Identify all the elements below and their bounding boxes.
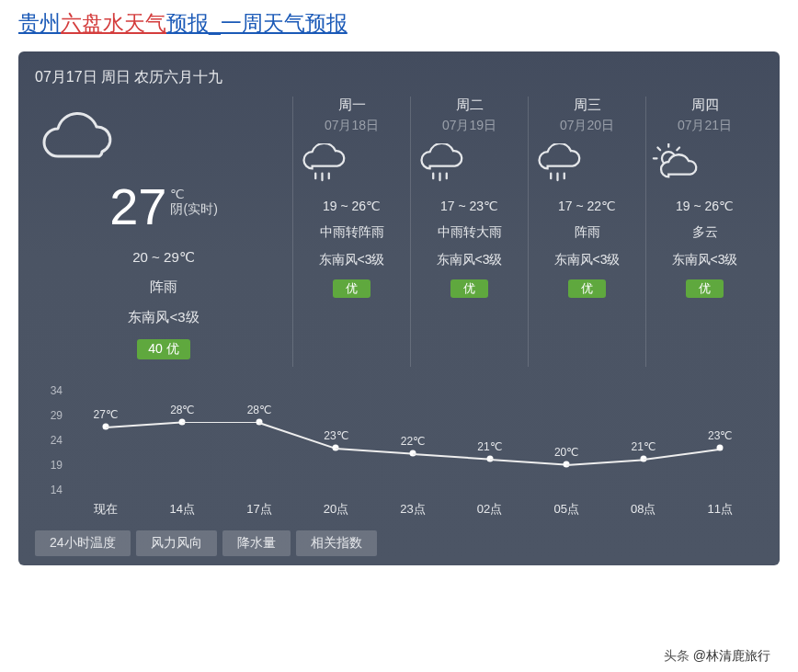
cloud-icon [35,110,292,170]
day-range: 17 ~ 23℃ [415,199,524,213]
day-date: 07月21日 [650,118,759,134]
chart-point-label: 23℃ [324,430,348,443]
x-tick: 14点 [144,501,222,523]
sun-cloud-icon [650,143,759,189]
chart-point-label: 28℃ [170,404,194,416]
day-date: 07月18日 [297,118,406,134]
day-wind: 东南风<3级 [297,252,406,268]
forecast-day[interactable]: 周三 07月20日 17 ~ 22℃ 阵雨 东南风<3级 优 [528,97,645,367]
y-tick: 34 [35,385,63,396]
chart-tab[interactable]: 降水量 [222,530,291,556]
watermark: 头条 @林清鹿旅行 [664,648,770,665]
day-desc: 阵雨 [532,224,642,241]
hourly-chart: 3429241914 27℃28℃28℃23℃22℃21℃20℃21℃23℃ 现… [35,385,763,523]
svg-line-12 [657,148,660,151]
x-tick: 17点 [221,501,298,523]
chart-segment [182,422,261,424]
today-range: 20 ~ 29℃ [35,249,292,266]
chart-segment [413,453,492,460]
current-condition: 阴(实时) [170,201,217,216]
forecast-day[interactable]: 周四 07月21日 19 ~ 26℃ 多云 东南风<3级 优 [645,97,763,367]
day-aqi-badge: 优 [450,279,488,298]
rain-icon [297,143,406,189]
day-name: 周三 [532,97,642,114]
today-wind: 东南风<3级 [35,309,292,326]
day-desc: 中雨转大雨 [415,224,524,241]
chart-plot: 27℃28℃28℃23℃22℃21℃20℃21℃23℃ [67,390,758,495]
day-aqi-badge: 优 [686,279,724,298]
chart-y-axis: 3429241914 [35,385,63,495]
x-tick: 02点 [451,501,529,523]
day-name: 周一 [297,97,406,114]
svg-line-13 [677,148,679,151]
x-tick: 05点 [528,501,605,523]
chart-x-axis: 现在14点17点20点23点02点05点08点11点 [67,501,758,523]
y-tick: 14 [35,484,63,495]
day-wind: 东南风<3级 [415,252,524,268]
top-panel: 27 ℃ 阴(实时) 20 ~ 29℃ 阵雨 东南风<3级 40 优 周一 07… [35,97,763,367]
chart-tab[interactable]: 风力风向 [136,530,217,556]
forecast-day[interactable]: 周一 07月18日 19 ~ 26℃ 中雨转阵雨 东南风<3级 优 [292,97,410,367]
day-range: 19 ~ 26℃ [297,199,406,213]
chart-tab[interactable]: 24小时温度 [35,530,131,556]
day-date: 07月19日 [415,118,524,134]
chart-point-label: 28℃ [247,404,271,416]
chart-point-label: 23℃ [708,430,732,443]
chart-segment [489,459,568,465]
x-tick: 11点 [682,501,759,523]
chart-tab[interactable]: 相关指数 [296,530,377,556]
day-desc: 中雨转阵雨 [297,224,406,241]
chart-point-label: 21℃ [631,440,655,453]
title-prefix: 贵州 [18,11,61,35]
chart-segment [566,459,645,465]
title-highlight: 六盘水天气 [61,11,166,35]
current-temp-row: 27 ℃ 阴(实时) [35,181,292,233]
day-name: 周四 [650,97,759,114]
weather-card: 07月17日 周日 农历六月十九 27 ℃ 阴(实时) 20 ~ 29℃ 阵雨 … [18,51,780,565]
today-aqi-badge: 40 优 [137,339,189,359]
forecast-row: 周一 07月18日 19 ~ 26℃ 中雨转阵雨 东南风<3级 优 周二 07月… [292,97,763,367]
x-tick: 20点 [298,501,375,523]
title-suffix: 预报_一周天气预报 [166,11,348,35]
page-title[interactable]: 贵州六盘水天气预报_一周天气预报 [18,9,780,38]
x-tick: 08点 [605,501,682,523]
chart-segment [106,422,185,428]
day-date: 07月20日 [532,118,642,134]
chart-point-label: 27℃ [94,409,118,422]
chart-point-label: 21℃ [477,440,501,453]
chart-tabs: 24小时温度风力风向降水量相关指数 [35,530,763,556]
x-tick: 23点 [374,501,451,523]
day-range: 19 ~ 26℃ [650,199,759,213]
y-tick: 19 [35,460,63,471]
day-desc: 多云 [650,224,759,241]
x-tick: 现在 [67,501,144,523]
current-unit: ℃ 阴(实时) [170,187,217,218]
rain-icon [415,143,524,189]
chart-point-label: 22℃ [401,435,425,448]
today-column: 27 ℃ 阴(实时) 20 ~ 29℃ 阵雨 东南风<3级 40 优 [35,97,292,367]
chart-segment [336,448,415,454]
chart-point-label: 20℃ [554,446,578,459]
today-desc: 阵雨 [35,279,292,296]
watermark-head: 头条 [664,648,690,663]
watermark-author: @林清鹿旅行 [693,648,770,663]
day-aqi-badge: 优 [333,279,370,298]
day-wind: 东南风<3级 [532,252,642,268]
forecast-day[interactable]: 周二 07月19日 17 ~ 23℃ 中雨转大雨 东南风<3级 优 [410,97,528,367]
day-aqi-badge: 优 [568,279,606,298]
chart-point [717,445,724,451]
y-tick: 29 [35,410,63,421]
day-range: 17 ~ 22℃ [532,199,642,213]
rain-icon [532,143,642,189]
y-tick: 24 [35,435,63,446]
date-line: 07月17日 周日 农历六月十九 [35,68,763,87]
day-name: 周二 [415,97,524,114]
day-wind: 东南风<3级 [650,252,759,268]
current-temp: 27 [109,181,166,233]
